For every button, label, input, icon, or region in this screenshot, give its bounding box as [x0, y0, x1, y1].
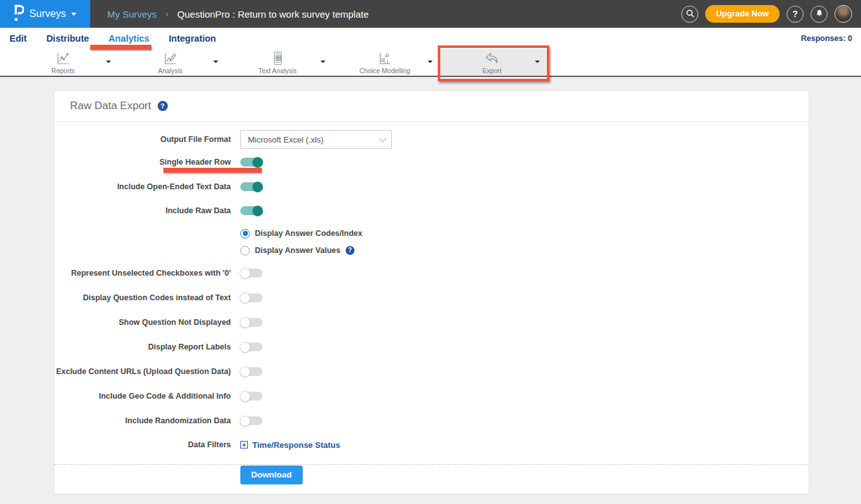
toolbar-item-analysis[interactable]: Analysis	[126, 51, 214, 74]
raw-data-export-panel: Raw Data Export ? Output File Format Mic…	[54, 90, 809, 495]
report-labels-label: Display Report Labels	[54, 343, 231, 351]
search-button[interactable]	[681, 6, 698, 23]
single-header-row-toggle[interactable]	[240, 158, 262, 167]
exclude-content-urls-toggle[interactable]	[240, 367, 262, 376]
tab-edit[interactable]: Edit	[9, 30, 26, 47]
toggle-knob	[252, 206, 263, 216]
bell-icon	[815, 9, 824, 20]
report-labels-row: Display Report Labels	[54, 341, 809, 353]
single-header-row-label: Single Header Row	[54, 158, 231, 167]
data-filters-label: Data Filters	[54, 440, 231, 449]
text-analysis-dropdown-arrow[interactable]	[320, 61, 325, 63]
unselected-checkboxes-label: Represent Unselected Checkboxes with '0'	[54, 269, 231, 278]
exclude-content-urls-label: Exclude Content URLs (Upload Question Da…	[54, 367, 231, 376]
brand-label: Surveys	[30, 8, 66, 20]
question-codes-toggle[interactable]	[240, 293, 262, 302]
answer-values-radio-label: Display Answer Values	[255, 246, 341, 255]
notifications-button[interactable]	[811, 6, 828, 23]
open-ended-text-toggle[interactable]	[240, 182, 262, 191]
annotation-underline-single-header-row	[163, 168, 262, 173]
questionpro-logo-icon	[14, 4, 24, 24]
toolbar-item-choice-modelling[interactable]: Choice Modelling	[341, 51, 429, 74]
panel-title: Raw Data Export	[70, 100, 151, 112]
output-format-label: Output File Format	[54, 135, 231, 144]
upgrade-now-button[interactable]: Upgrade Now	[705, 5, 780, 23]
chevron-down-icon	[378, 134, 387, 143]
annotation-underline-analytics	[90, 45, 151, 50]
question-not-displayed-label: Show Question Not Displayed	[54, 318, 231, 327]
question-mark-icon: ?	[792, 9, 798, 19]
toggle-knob	[240, 293, 250, 303]
topbar-actions: Upgrade Now ?	[681, 5, 861, 23]
expand-plus-icon: +	[240, 441, 248, 448]
toggle-knob	[240, 366, 250, 377]
toggle-knob	[240, 416, 250, 426]
panel-header: Raw Data Export ?	[54, 91, 809, 122]
include-raw-data-label: Include Raw Data	[54, 206, 231, 215]
surveys-menu-button[interactable]: Surveys	[0, 0, 90, 28]
top-bar: Surveys My Surveys › QuestionPro : Retur…	[0, 0, 861, 28]
output-format-row: Output File Format Microsoft Excel (.xls…	[54, 130, 809, 149]
question-not-displayed-row: Show Question Not Displayed	[54, 316, 809, 329]
exclude-content-urls-row: Exclude Content URLs (Upload Question Da…	[54, 365, 809, 378]
choice-modelling-dropdown-arrow[interactable]	[428, 61, 433, 63]
reports-dropdown-arrow[interactable]	[106, 61, 111, 63]
reports-chart-icon	[19, 51, 107, 66]
toolbar-item-reports[interactable]: Reports	[19, 51, 107, 74]
include-raw-data-toggle[interactable]	[240, 206, 262, 215]
toggle-knob	[240, 317, 250, 328]
open-ended-text-row: Include Open-Ended Text Data	[54, 180, 809, 193]
single-header-row-row: Single Header Row	[54, 156, 809, 168]
text-analysis-icon	[233, 51, 322, 66]
toggle-knob	[240, 391, 250, 402]
geo-code-row: Include Geo Code & Additional Info	[54, 390, 809, 402]
download-button[interactable]: Download	[240, 466, 303, 484]
randomization-data-label: Include Randomization Data	[54, 416, 231, 425]
time-response-status-link[interactable]: + Time/Response Status	[240, 440, 340, 450]
choice-modelling-icon	[341, 51, 429, 66]
raw-data-export-help-icon[interactable]: ?	[158, 101, 168, 111]
unselected-checkboxes-row: Represent Unselected Checkboxes with '0'	[54, 267, 809, 279]
chevron-down-icon	[71, 13, 76, 16]
annotation-box-export	[438, 45, 549, 81]
analytics-toolbar: Reports Analysis Text Analysis	[0, 49, 861, 77]
question-not-displayed-toggle[interactable]	[240, 318, 262, 327]
breadcrumb-separator: ›	[165, 9, 168, 19]
answer-values-help-icon[interactable]: ?	[346, 246, 354, 255]
randomization-data-row: Include Randomization Data	[54, 414, 809, 427]
geo-code-toggle[interactable]	[240, 392, 262, 401]
geo-code-label: Include Geo Code & Additional Info	[54, 392, 231, 401]
unselected-checkboxes-toggle[interactable]	[240, 269, 262, 278]
tab-distribute[interactable]: Distribute	[46, 30, 89, 47]
question-codes-label: Display Question Codes instead of Text	[54, 293, 231, 302]
search-icon	[685, 8, 695, 20]
answer-values-radio[interactable]	[240, 246, 250, 255]
include-raw-data-row: Include Raw Data	[54, 204, 809, 217]
help-button[interactable]: ?	[787, 6, 804, 23]
answer-codes-radio-row: Display Answer Codes/Index	[240, 227, 362, 240]
page-title: QuestionPro : Return to work survey temp…	[177, 9, 368, 20]
question-codes-row: Display Question Codes instead of Text	[54, 291, 809, 304]
open-ended-text-label: Include Open-Ended Text Data	[54, 182, 231, 191]
toggle-knob	[252, 182, 263, 192]
output-format-select[interactable]: Microsoft Excel (.xls)	[240, 130, 392, 149]
output-format-value: Microsoft Excel (.xls)	[248, 135, 324, 144]
randomization-data-toggle[interactable]	[240, 416, 262, 425]
toggle-knob	[240, 342, 250, 353]
answer-values-radio-row: Display Answer Values ?	[240, 244, 354, 257]
footer-divider	[54, 464, 809, 465]
answer-codes-radio-label: Display Answer Codes/Index	[255, 229, 362, 238]
toggle-knob	[240, 268, 250, 279]
toolbar-item-text-analysis[interactable]: Text Analysis	[233, 51, 322, 74]
analysis-dropdown-arrow[interactable]	[213, 61, 218, 63]
data-filters-row: Data Filters + Time/Response Status	[54, 438, 809, 451]
time-response-status-label: Time/Response Status	[252, 440, 340, 450]
responses-count: Responses: 0	[801, 34, 852, 43]
breadcrumb-my-surveys[interactable]: My Surveys	[107, 9, 156, 20]
tab-integration[interactable]: Integration	[169, 30, 216, 47]
answer-codes-radio[interactable]	[240, 229, 250, 238]
report-labels-toggle[interactable]	[240, 343, 262, 351]
user-avatar[interactable]	[835, 5, 852, 23]
radio-dot	[243, 231, 248, 236]
toggle-knob	[252, 157, 263, 168]
